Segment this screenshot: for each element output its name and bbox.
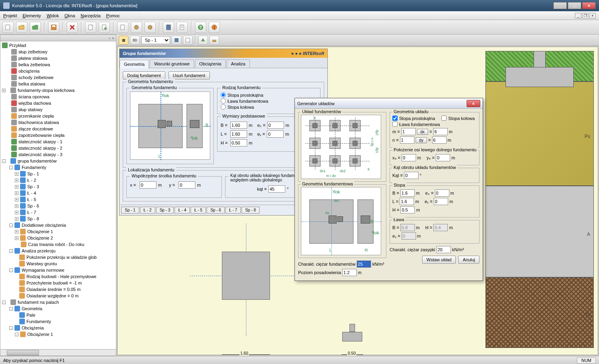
tab-geometria[interactable]: Geometria [120, 60, 149, 68]
foot-tab[interactable]: Ł - 5 [191, 207, 206, 214]
tree-root[interactable]: Przykład [9, 43, 26, 48]
delete-button[interactable] [67, 22, 78, 33]
doc3-button[interactable] [117, 22, 128, 33]
info-button[interactable]: i [209, 22, 220, 33]
ct-btn3[interactable] [198, 36, 208, 45]
ct-btn1[interactable] [172, 36, 181, 45]
view-3d-button[interactable]: 3D [130, 36, 140, 45]
maximize-button[interactable]: □ [568, 2, 581, 9]
close-button[interactable]: × [582, 2, 596, 9]
dialog-close-button[interactable]: × [467, 100, 480, 107]
menu-elementy[interactable]: Elementy [22, 13, 41, 18]
dlg-st-B[interactable] [400, 189, 415, 197]
doc1-button[interactable] [85, 22, 96, 33]
dlg-la-ey [402, 232, 416, 240]
new-button[interactable] [2, 22, 14, 33]
input-L[interactable] [230, 130, 247, 138]
dlg-ciezar-zas[interactable] [437, 246, 451, 253]
dlg-st-L[interactable] [400, 198, 414, 205]
dlg-dy-btn[interactable]: dy [416, 137, 427, 143]
project-tree[interactable]: Przykład słup żelbetowypłatew stalowabel… [0, 41, 116, 349]
svg-rect-2 [52, 25, 55, 27]
menu-pomoc[interactable]: Pomoc [106, 13, 120, 18]
dlg-st-H[interactable] [400, 206, 415, 214]
tab-obciazenia[interactable]: Obciążenia [195, 59, 226, 68]
tree-close-icon[interactable]: × [112, 36, 114, 41]
dlg-yo[interactable] [436, 154, 450, 161]
foot-tab[interactable]: Sp - 3 [156, 207, 174, 214]
tree-pin-icon[interactable]: ▫ [109, 36, 110, 41]
view-toolbar: ▦ 3D Sp - 1 [116, 35, 599, 46]
calc-button[interactable] [163, 22, 174, 33]
input-B[interactable] [230, 122, 247, 129]
input-y[interactable] [179, 181, 195, 189]
gear1-button[interactable] [131, 22, 142, 33]
svg-rect-9 [167, 25, 171, 30]
form-title: Grupa fundamentów [123, 51, 166, 56]
input-ex[interactable] [267, 122, 284, 129]
titlebar: Konstruktor 5.0 - Licencja dla: INTERsof… [0, 0, 599, 11]
plan-diagram-2 [338, 340, 366, 348]
tab-warunki[interactable]: Warunki gruntowe [150, 59, 194, 68]
dlg-n[interactable] [400, 136, 414, 144]
dlg-ciezar-fund[interactable] [357, 260, 371, 268]
foot-tab[interactable]: Sp - 1 [121, 207, 139, 214]
tab-analiza[interactable]: Analiza [227, 59, 250, 68]
view-2d-button[interactable]: ▦ [119, 36, 128, 45]
save-button[interactable] [48, 22, 59, 33]
input-H[interactable] [230, 139, 247, 146]
brand-label: ● ● ● INTERsoft [291, 51, 324, 56]
ct-btn4[interactable] [209, 36, 219, 45]
dlg-st-ey[interactable] [434, 198, 448, 205]
chk-stopa-kol[interactable] [441, 116, 447, 121]
foot-tab[interactable]: Ł - 7 [225, 207, 241, 214]
add-foundation-button[interactable]: Dodaj fundament [123, 71, 165, 79]
dlg-m[interactable] [401, 128, 416, 135]
tree-hscroll[interactable] [0, 349, 116, 356]
menu-widok[interactable]: Widok [47, 13, 59, 18]
minimize-button[interactable]: _ [553, 2, 567, 9]
foot-tab[interactable]: Ł - 2 [140, 207, 155, 214]
dlg-xo[interactable] [402, 154, 416, 161]
chk-stopa-prost[interactable] [392, 116, 398, 121]
menu-okna[interactable]: Okna [65, 13, 75, 18]
app-icon [3, 2, 10, 9]
help-button[interactable]: ? [195, 22, 206, 33]
status-num: NUM [577, 357, 596, 364]
mdi-close[interactable]: × [589, 13, 596, 18]
ct-btn2[interactable] [183, 36, 193, 45]
dlg-kat[interactable] [404, 172, 418, 179]
open2-button[interactable] [30, 22, 41, 33]
dlg-poziom[interactable] [342, 269, 357, 276]
radio-kolowa[interactable] [221, 104, 226, 110]
mdi-restore[interactable]: ❐ [582, 13, 589, 18]
menu-projekt[interactable]: Projekt [3, 13, 17, 18]
status-help: Aby uzyskać pomoc naciśnij F1 [3, 358, 65, 363]
radio-lawa[interactable] [221, 98, 226, 104]
input-x[interactable] [140, 181, 156, 189]
mdi-minimize[interactable]: _ [575, 13, 581, 18]
dlg-la-H [433, 224, 448, 231]
foundation-geom-diagram: L H B ylok xlok ex↕ ey [301, 187, 381, 255]
dlg-dx[interactable] [433, 128, 448, 135]
report-button[interactable] [177, 22, 188, 33]
input-kat[interactable] [268, 185, 285, 193]
gear2-button[interactable] [144, 22, 156, 33]
dlg-insert-button[interactable]: Wstaw układ [422, 256, 456, 264]
chk-lawa[interactable] [392, 122, 398, 127]
element-select[interactable]: Sp - 1 [141, 36, 170, 44]
menu-narzedzia[interactable]: Narzędzia [81, 13, 101, 18]
dlg-st-ex[interactable] [435, 189, 449, 197]
input-ey[interactable] [267, 130, 284, 138]
svg-text:i: i [213, 25, 215, 30]
foot-tab[interactable]: Ł - 4 [175, 207, 190, 214]
radio-stopa[interactable] [221, 92, 226, 98]
foot-tab[interactable]: Sp - 6 [207, 207, 225, 214]
dlg-cancel-button[interactable]: Anuluj [458, 256, 479, 264]
foot-tab[interactable]: Sp - 8 [242, 207, 260, 214]
open-button[interactable] [16, 22, 27, 33]
doc2-button[interactable] [99, 22, 110, 33]
dlg-dx-btn[interactable]: dx [417, 129, 428, 135]
dlg-dy[interactable] [432, 136, 447, 144]
remove-foundation-button[interactable]: Usuń fundament [169, 71, 210, 79]
